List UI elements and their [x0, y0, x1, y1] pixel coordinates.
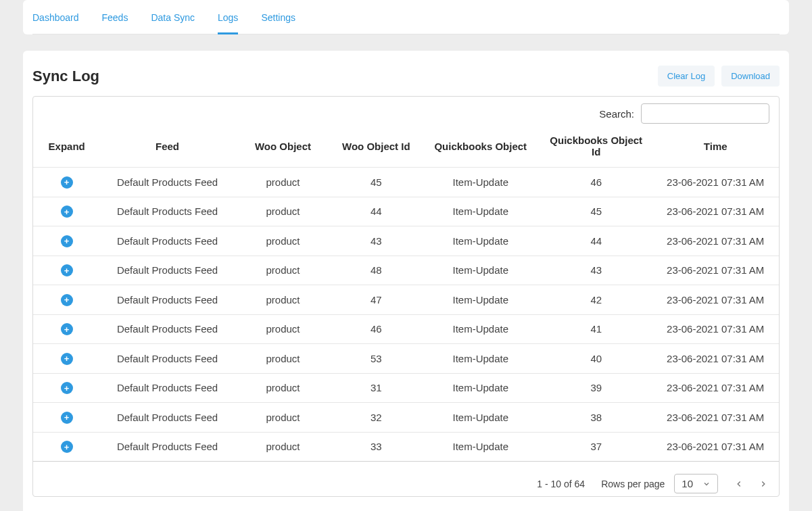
table-row: +Default Products Feedproduct32Item-Upda…: [33, 403, 779, 433]
table-row: +Default Products Feedproduct47Item-Upda…: [33, 285, 779, 315]
cell-time: 23-06-2021 07:31 AM: [652, 285, 779, 315]
cell-qb-id: 41: [540, 314, 652, 344]
cell-qb-object: Item-Update: [421, 226, 540, 256]
table-row: +Default Products Feedproduct43Item-Upda…: [33, 226, 779, 256]
cell-expand: +: [33, 226, 100, 256]
cell-qb-object: Item-Update: [421, 314, 540, 344]
cell-time: 23-06-2021 07:31 AM: [652, 344, 779, 374]
cell-time: 23-06-2021 07:31 AM: [652, 226, 779, 256]
cell-qb-id: 38: [540, 403, 652, 433]
expand-row-icon[interactable]: +: [61, 323, 73, 335]
cell-qb-object: Item-Update: [421, 285, 540, 315]
expand-row-icon[interactable]: +: [61, 264, 73, 276]
cell-qb-object: Item-Update: [421, 373, 540, 403]
cell-woo-id: 32: [331, 403, 421, 433]
col-header-qb-object[interactable]: Quickbooks Object: [421, 128, 540, 168]
expand-row-icon[interactable]: +: [61, 441, 73, 453]
expand-row-icon[interactable]: +: [61, 382, 73, 394]
sync-log-table: Expand Feed Woo Object Woo Object Id Qui…: [33, 128, 779, 462]
cell-woo-id: 43: [331, 226, 421, 256]
table-row: +Default Products Feedproduct31Item-Upda…: [33, 373, 779, 403]
cell-expand: +: [33, 344, 100, 374]
table-row: +Default Products Feedproduct53Item-Upda…: [33, 344, 779, 374]
cell-qb-object: Item-Update: [421, 344, 540, 374]
col-header-time[interactable]: Time: [652, 128, 779, 168]
cell-qb-id: 46: [540, 168, 652, 197]
tab-settings[interactable]: Settings: [261, 0, 295, 34]
cell-expand: +: [33, 197, 100, 226]
cell-qb-id: 37: [540, 432, 652, 462]
table-header-row: Expand Feed Woo Object Woo Object Id Qui…: [33, 128, 779, 168]
cell-feed: Default Products Feed: [100, 344, 235, 374]
tab-feeds[interactable]: Feeds: [102, 0, 128, 34]
cell-woo-object: product: [235, 168, 331, 197]
pagination-range: 1 - 10 of 64: [537, 479, 585, 489]
page-title: Sync Log: [32, 68, 99, 85]
cell-time: 23-06-2021 07:31 AM: [652, 403, 779, 433]
nav-card: DashboardFeedsData SyncLogsSettings: [23, 0, 789, 34]
cell-woo-id: 31: [331, 373, 421, 403]
expand-row-icon[interactable]: +: [61, 294, 73, 306]
cell-time: 23-06-2021 07:31 AM: [652, 373, 779, 403]
cell-qb-object: Item-Update: [421, 168, 540, 197]
rows-per-page: Rows per page 10: [601, 474, 718, 493]
cell-qb-object: Item-Update: [421, 432, 540, 462]
expand-row-icon[interactable]: +: [61, 176, 73, 189]
cell-feed: Default Products Feed: [100, 197, 235, 226]
tab-logs[interactable]: Logs: [218, 0, 238, 34]
cell-qb-id: 40: [540, 344, 652, 374]
col-header-qb-object-id[interactable]: Quickbooks Object Id: [540, 128, 652, 168]
prev-page-button[interactable]: [734, 479, 744, 489]
cell-expand: +: [33, 373, 100, 403]
expand-row-icon[interactable]: +: [61, 353, 73, 365]
cell-feed: Default Products Feed: [100, 403, 235, 433]
cell-time: 23-06-2021 07:31 AM: [652, 314, 779, 344]
rows-per-page-label: Rows per page: [601, 479, 665, 489]
cell-qb-id: 45: [540, 197, 652, 226]
cell-woo-id: 48: [331, 256, 421, 285]
cell-woo-id: 53: [331, 344, 421, 374]
cell-expand: +: [33, 256, 100, 285]
clear-log-button[interactable]: Clear Log: [658, 66, 715, 87]
col-header-woo-object[interactable]: Woo Object: [235, 128, 331, 168]
cell-expand: +: [33, 314, 100, 344]
cell-qb-object: Item-Update: [421, 256, 540, 285]
rows-per-page-select[interactable]: 10: [674, 474, 718, 493]
cell-expand: +: [33, 168, 100, 197]
next-page-button[interactable]: [759, 479, 768, 489]
cell-woo-object: product: [235, 256, 331, 285]
cell-feed: Default Products Feed: [100, 285, 235, 315]
search-label: Search:: [599, 108, 634, 120]
cell-time: 23-06-2021 07:31 AM: [652, 256, 779, 285]
nav-tabs: DashboardFeedsData SyncLogsSettings: [32, 0, 780, 34]
cell-woo-id: 45: [331, 168, 421, 197]
content-card: Sync Log Clear Log Download Search: Expa…: [23, 51, 789, 511]
cell-woo-object: product: [235, 314, 331, 344]
header-row: Sync Log Clear Log Download: [32, 66, 780, 96]
expand-row-icon[interactable]: +: [61, 235, 73, 247]
cell-qb-id: 44: [540, 226, 652, 256]
table-row: +Default Products Feedproduct48Item-Upda…: [33, 256, 779, 285]
table-row: +Default Products Feedproduct46Item-Upda…: [33, 314, 779, 344]
rows-per-page-value: 10: [682, 478, 693, 489]
cell-qb-id: 39: [540, 373, 652, 403]
col-header-feed[interactable]: Feed: [100, 128, 235, 168]
cell-expand: +: [33, 432, 100, 462]
expand-row-icon[interactable]: +: [61, 412, 73, 424]
tab-data-sync[interactable]: Data Sync: [151, 0, 195, 34]
table-wrapper: Search: Expand Feed Woo Object Woo Objec…: [32, 96, 780, 497]
col-header-expand[interactable]: Expand: [33, 128, 100, 168]
cell-woo-object: product: [235, 373, 331, 403]
cell-woo-object: product: [235, 403, 331, 433]
search-input[interactable]: [641, 103, 769, 124]
cell-woo-id: 46: [331, 314, 421, 344]
cell-woo-object: product: [235, 285, 331, 315]
cell-qb-object: Item-Update: [421, 197, 540, 226]
cell-qb-id: 43: [540, 256, 652, 285]
expand-row-icon[interactable]: +: [61, 205, 73, 218]
download-button[interactable]: Download: [721, 66, 780, 87]
cell-woo-id: 47: [331, 285, 421, 315]
tab-dashboard[interactable]: Dashboard: [32, 0, 79, 34]
col-header-woo-object-id[interactable]: Woo Object Id: [331, 128, 421, 168]
table-row: +Default Products Feedproduct33Item-Upda…: [33, 432, 779, 462]
